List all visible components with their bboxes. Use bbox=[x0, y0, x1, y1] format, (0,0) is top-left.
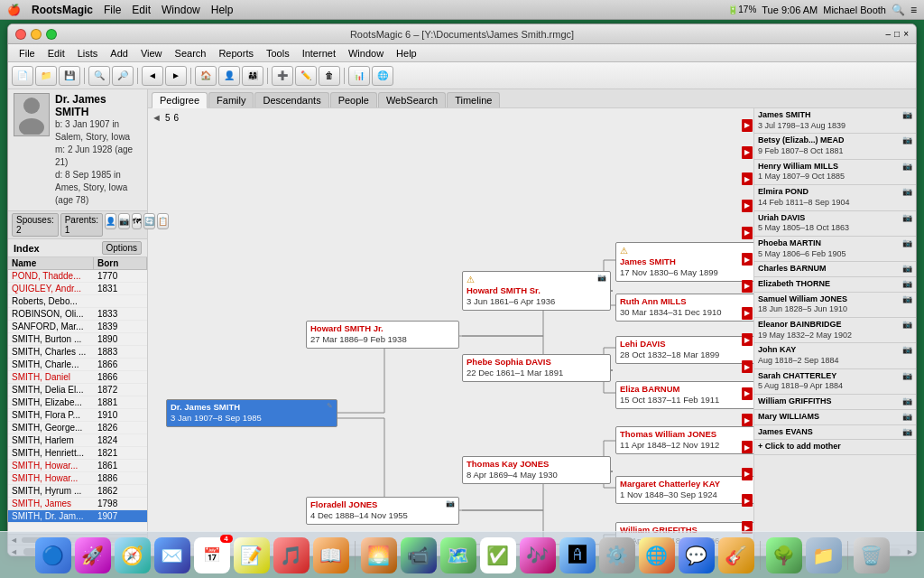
maximize-button[interactable] bbox=[46, 29, 57, 40]
dock-music[interactable]: 🎵 bbox=[273, 537, 310, 573]
right-nav-arrow[interactable]: ▶ bbox=[742, 119, 753, 132]
menu-add[interactable]: Add bbox=[105, 47, 134, 60]
right-col-item[interactable]: Betsy (Elizab...) MEAD9 Feb 1807–8 Oct 1… bbox=[754, 134, 916, 159]
right-col-item[interactable]: Sarah CHATTERLEY5 Aug 1818–9 Apr 1884📷 bbox=[754, 369, 916, 395]
right-col-item[interactable]: Phoeba MARTIN5 May 1806–6 Feb 1905📷 bbox=[754, 237, 916, 262]
tab-family[interactable]: Family bbox=[208, 92, 254, 107]
tab-pedigree[interactable]: Pedigree bbox=[152, 92, 208, 108]
menu-edit[interactable]: Edit bbox=[132, 4, 151, 16]
parents-selector[interactable]: Parents: 1 bbox=[60, 213, 103, 237]
right-col-photo-icon[interactable]: 📷 bbox=[902, 412, 912, 423]
right-col-photo-icon[interactable]: 📷 bbox=[902, 238, 912, 249]
tab-timeline[interactable]: Timeline bbox=[447, 92, 500, 107]
dock-sysprefs[interactable]: ⚙️ bbox=[599, 537, 635, 573]
menu-reports[interactable]: Reports bbox=[213, 47, 259, 60]
person-box-floradell[interactable]: 📷 Floradell JONES 4 Dec 1888–14 Nov 1955 bbox=[306, 497, 459, 525]
menu-view[interactable]: View bbox=[135, 47, 168, 60]
win-minimize-btn[interactable]: – bbox=[886, 29, 892, 39]
index-item[interactable]: SMITH, George...1826 bbox=[8, 422, 147, 434]
right-col-photo-icon[interactable]: 📷 bbox=[902, 427, 912, 438]
index-item[interactable]: SMITH, Delia El...1872 bbox=[8, 384, 147, 396]
dock-folders[interactable]: 📁 bbox=[806, 537, 842, 573]
dock-reminders[interactable]: ✅ bbox=[480, 537, 516, 573]
dock-garageband[interactable]: 🎸 bbox=[718, 537, 754, 573]
index-item[interactable]: SMITH, Henriett...1821 bbox=[8, 447, 147, 460]
tb-back[interactable]: ◄ bbox=[142, 66, 163, 86]
index-item[interactable]: SMITH, Harlem1824 bbox=[8, 434, 147, 447]
right-nav-arrow[interactable]: ▶ bbox=[742, 200, 753, 212]
right-nav-arrow[interactable]: ▶ bbox=[742, 494, 753, 507]
tb-add[interactable]: ➕ bbox=[272, 66, 293, 86]
menu-window[interactable]: Window bbox=[162, 4, 200, 16]
win-restore-btn[interactable]: □ bbox=[894, 29, 900, 39]
win-close-btn[interactable]: × bbox=[903, 29, 909, 39]
dock-itunes[interactable]: 🎶 bbox=[520, 537, 556, 573]
right-col-item[interactable]: + Click to add mother bbox=[754, 440, 916, 455]
menu-help[interactable]: Help bbox=[211, 4, 234, 16]
right-col-photo-icon[interactable]: 📷 bbox=[902, 110, 912, 121]
right-nav-arrow[interactable]: ▶ bbox=[742, 468, 753, 480]
person-edit-btn[interactable]: 👤 bbox=[105, 213, 116, 229]
index-item[interactable]: QUIGLEY, Andr...1831 bbox=[8, 283, 147, 295]
right-col-item[interactable]: Eleanor BAINBRIDGE19 May 1832–2 May 1902… bbox=[754, 318, 916, 343]
tb-forward[interactable]: ► bbox=[165, 66, 187, 86]
menu-edit[interactable]: Edit bbox=[42, 47, 70, 60]
tb-family[interactable]: 👨‍👩‍👧 bbox=[242, 66, 263, 86]
person-box-thomas-jones[interactable]: Thomas Kay JONES 8 Apr 1869–4 May 1930 bbox=[462, 456, 611, 484]
tab-descendants[interactable]: Descendants bbox=[254, 92, 328, 107]
menu-icon[interactable]: ≡ bbox=[910, 4, 917, 16]
dock-messenger[interactable]: 💬 bbox=[679, 537, 715, 573]
dock-notes[interactable]: 📝 bbox=[234, 537, 270, 573]
index-item[interactable]: Roberts, Debo... bbox=[8, 295, 147, 308]
index-item[interactable]: ROBINSON, Oli...1833 bbox=[8, 308, 147, 321]
dock-appstore[interactable]: 🅰 bbox=[559, 537, 596, 573]
right-nav-arrow[interactable]: ▶ bbox=[742, 333, 753, 346]
right-nav-arrow[interactable]: ▶ bbox=[742, 307, 753, 320]
right-col-photo-icon[interactable]: 📷 bbox=[902, 320, 912, 331]
dock-books[interactable]: 📖 bbox=[313, 537, 349, 573]
right-col-photo-icon[interactable]: 📷 bbox=[902, 371, 912, 382]
dock-chrome[interactable]: 🌐 bbox=[639, 537, 675, 573]
tb-pedigree[interactable]: 👤 bbox=[218, 66, 240, 86]
index-item[interactable]: SMITH, James1798 bbox=[8, 498, 147, 510]
person-box-james-smith-root[interactable]: ✎ Dr. James SMITH 3 Jan 1907–8 Sep 1985 bbox=[166, 399, 337, 427]
dock-rootsmagic[interactable]: 🌳 bbox=[766, 537, 802, 573]
nav-left-icon[interactable]: ◄ bbox=[152, 112, 162, 123]
right-nav-arrow[interactable]: ▶ bbox=[742, 441, 753, 453]
menu-file[interactable]: File bbox=[14, 47, 41, 60]
right-nav-arrow[interactable]: ▶ bbox=[742, 387, 753, 400]
right-col-item[interactable]: James SMITH3 Jul 1798–13 Aug 1839📷 bbox=[754, 108, 916, 134]
index-item[interactable]: SMITH, Charle...1866 bbox=[8, 359, 147, 371]
app-name[interactable]: RootsMagic bbox=[32, 4, 93, 16]
tb-delete[interactable]: 🗑 bbox=[319, 66, 340, 86]
photo-icon-howard-sr[interactable]: 📷 bbox=[597, 274, 606, 285]
search-icon[interactable]: 🔍 bbox=[892, 4, 905, 16]
tb-publish[interactable]: 🌐 bbox=[372, 66, 393, 86]
person-box-phebe[interactable]: Phebe Sophia DAVIS 22 Dec 1861–1 Mar 189… bbox=[462, 354, 611, 382]
index-item[interactable]: SMITH, Howar...1861 bbox=[8, 460, 147, 472]
right-nav-arrow[interactable]: ▶ bbox=[742, 253, 753, 266]
right-col-photo-icon[interactable]: 📷 bbox=[902, 135, 912, 146]
right-col-photo-icon[interactable]: 📷 bbox=[902, 213, 912, 224]
right-col-item[interactable]: Charles BARNUM📷 bbox=[754, 262, 916, 277]
right-col-photo-icon[interactable]: 📷 bbox=[902, 294, 912, 305]
index-item[interactable]: SMITH, Hyrum ...1862 bbox=[8, 485, 147, 498]
right-col-item[interactable]: Uriah DAVIS5 May 1805–18 Oct 1863📷 bbox=[754, 211, 916, 237]
spouses-selector[interactable]: Spouses: 2 bbox=[12, 213, 59, 237]
right-nav-arrow[interactable]: ▶ bbox=[742, 146, 753, 159]
right-nav-arrow[interactable]: ▶ bbox=[742, 172, 753, 185]
tb-new[interactable]: 📄 bbox=[12, 66, 33, 86]
photo-icon-floradell[interactable]: 📷 bbox=[446, 499, 455, 508]
right-col-photo-icon[interactable]: 📷 bbox=[902, 187, 912, 198]
right-nav-arrow[interactable]: ▶ bbox=[742, 280, 753, 293]
menu-lists[interactable]: Lists bbox=[72, 47, 104, 60]
right-col-item[interactable]: Mary WILLIAMS📷 bbox=[754, 410, 916, 425]
minimize-button[interactable] bbox=[31, 29, 42, 40]
dock-facetime[interactable]: 📹 bbox=[401, 537, 437, 573]
apple-menu[interactable]: 🍎 bbox=[7, 4, 21, 16]
index-item[interactable]: SANFORD, Mar...1839 bbox=[8, 321, 147, 333]
menu-tools[interactable]: Tools bbox=[261, 47, 295, 60]
right-col-photo-icon[interactable]: 📷 bbox=[902, 396, 912, 407]
right-col-item[interactable]: Elmira POND14 Feb 1811–8 Sep 1904📷 bbox=[754, 185, 916, 210]
dock-mail[interactable]: ✉️ bbox=[154, 537, 190, 573]
